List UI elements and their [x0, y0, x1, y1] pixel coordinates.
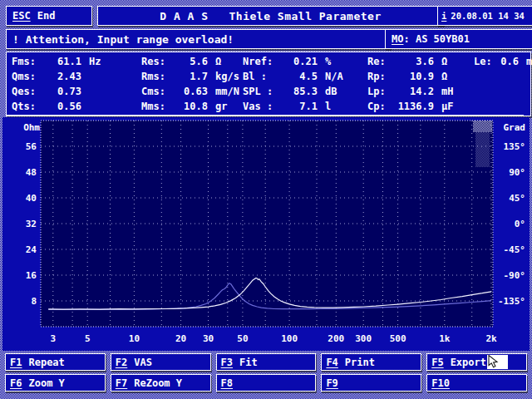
- info-datetime-button[interactable]: i 20.08.01 14 34: [437, 6, 532, 26]
- f3-fit-button[interactable]: F3Fit: [216, 353, 317, 371]
- param-re: Re:3.6Ω: [367, 56, 474, 67]
- svg-text:5: 5: [85, 333, 91, 344]
- f4-print-button[interactable]: F4Print: [321, 353, 421, 371]
- svg-text:300: 300: [355, 333, 372, 344]
- window-title-text: D A A S Thiele Small Parameter: [160, 10, 381, 22]
- svg-text:3: 3: [50, 333, 56, 344]
- svg-text:135°: 135°: [504, 141, 526, 152]
- model-hotkey: MO: [392, 33, 403, 45]
- esc-hotkey: ESC: [12, 10, 31, 22]
- cursor-arrow-icon: [487, 355, 500, 368]
- svg-text:10: 10: [129, 333, 140, 344]
- f7-rezoom-y-button[interactable]: F7ReZoom Y: [111, 374, 211, 392]
- svg-text:32: 32: [26, 219, 37, 229]
- param-qms: Qms:2.43: [12, 71, 141, 82]
- param-bl: Bl :4.5N/A: [243, 71, 367, 82]
- svg-text:500: 500: [390, 333, 406, 344]
- param-nref: Nref:0.21%: [243, 56, 367, 67]
- f10-button[interactable]: F10: [426, 374, 527, 392]
- f2-vas-button[interactable]: F2VAS: [111, 353, 211, 371]
- daas-screen: ESC End D A A S Thiele Small Parameter i…: [0, 0, 532, 399]
- function-key-row-2: F6Zoom Y F7ReZoom Y F8 F9 F10: [5, 374, 527, 392]
- dither-artifact: [475, 132, 490, 167]
- svg-text:Grad: Grad: [504, 122, 526, 133]
- svg-text:20: 20: [175, 333, 186, 344]
- svg-text:50: 50: [237, 333, 248, 344]
- overload-warning-text: ! Attention, Input range overload!: [12, 33, 234, 46]
- param-rms: Rms:1.7kg/s: [141, 71, 243, 82]
- param-qts: Qts:0.56: [12, 101, 141, 112]
- svg-text:100: 100: [281, 333, 298, 344]
- svg-text:8: 8: [31, 296, 37, 307]
- param-rp: Rp:10.9Ω: [367, 71, 474, 82]
- param-spl: SPL :85.3dB: [243, 86, 367, 97]
- parameter-row: Fms:61.1Hz Res:5.6Ω Nref:0.21% Re:3.6Ω L…: [12, 56, 530, 67]
- svg-text:-90°: -90°: [504, 270, 526, 281]
- svg-text:40: 40: [26, 193, 37, 204]
- param-mms: Mms:10.8gr: [141, 101, 243, 112]
- svg-text:1k: 1k: [439, 333, 451, 344]
- param-cms: Cms:0.63mm/N: [141, 86, 243, 97]
- param-le: Le:0.6mH: [474, 56, 532, 67]
- svg-text:16: 16: [26, 270, 37, 281]
- parameter-row: Qts:0.56 Mms:10.8gr Vas :7.1l Cp:1136.9µ…: [12, 101, 530, 112]
- svg-text:Ohm: Ohm: [23, 122, 40, 133]
- impedance-chart: 35102030501002003005001k2k81624324048561…: [2, 117, 530, 351]
- f1-repeat-button[interactable]: F1Repeat: [5, 353, 106, 371]
- svg-text:45°: 45°: [509, 193, 525, 204]
- param-lp: Lp:14.2mH: [367, 86, 474, 97]
- f9-button[interactable]: F9: [321, 374, 421, 392]
- svg-text:0°: 0°: [515, 219, 525, 229]
- svg-text:30: 30: [203, 333, 214, 344]
- parameter-row: Qes:0.73 Cms:0.63mm/N SPL :85.3dB Lp:14.…: [12, 86, 530, 97]
- parameter-row: Qms:2.43 Rms:1.7kg/s Bl :4.5N/A Rp:10.9Ω: [12, 71, 530, 82]
- overload-warning-message: ! Attention, Input range overload!: [6, 29, 391, 49]
- param-qes: Qes:0.73: [12, 86, 141, 97]
- svg-text:-45°: -45°: [504, 244, 526, 255]
- f6-zoom-y-button[interactable]: F6Zoom Y: [5, 374, 106, 392]
- f8-button[interactable]: F8: [216, 374, 317, 392]
- panel-divider: [7, 115, 524, 116]
- model-selector-button[interactable]: MO : AS 50YB01: [385, 29, 532, 49]
- esc-end-button[interactable]: ESC End: [6, 6, 92, 26]
- esc-label: End: [37, 10, 56, 22]
- param-vas: Vas :7.1l: [243, 101, 367, 112]
- parameter-panel: Fms:61.1Hz Res:5.6Ω Nref:0.21% Re:3.6Ω L…: [6, 52, 531, 116]
- svg-text:48: 48: [26, 167, 37, 178]
- svg-text:2k: 2k: [485, 333, 497, 344]
- datetime-label: 20.08.01 14 34: [451, 11, 525, 21]
- chart-panel: 35102030501002003005001k2k81624324048561…: [2, 117, 530, 351]
- f5-export-button[interactable]: F5Export: [426, 353, 527, 371]
- mouse-cursor: [487, 355, 508, 369]
- param-cp: Cp:1136.9µF: [367, 101, 474, 112]
- window-title: D A A S Thiele Small Parameter: [97, 6, 444, 26]
- svg-text:-135°: -135°: [498, 296, 525, 307]
- info-hotkey: i: [441, 11, 446, 21]
- param-res: Res:5.6Ω: [141, 56, 243, 67]
- param-fms: Fms:61.1Hz: [12, 56, 141, 67]
- dither-artifact: [473, 121, 492, 132]
- svg-text:90°: 90°: [509, 167, 525, 178]
- model-label: : AS 50YB01: [403, 33, 469, 45]
- svg-text:24: 24: [26, 244, 37, 255]
- function-key-row-1: F1Repeat F2VAS F3Fit F4Print F5Export: [5, 353, 527, 371]
- svg-text:200: 200: [328, 333, 344, 344]
- svg-text:56: 56: [26, 141, 37, 152]
